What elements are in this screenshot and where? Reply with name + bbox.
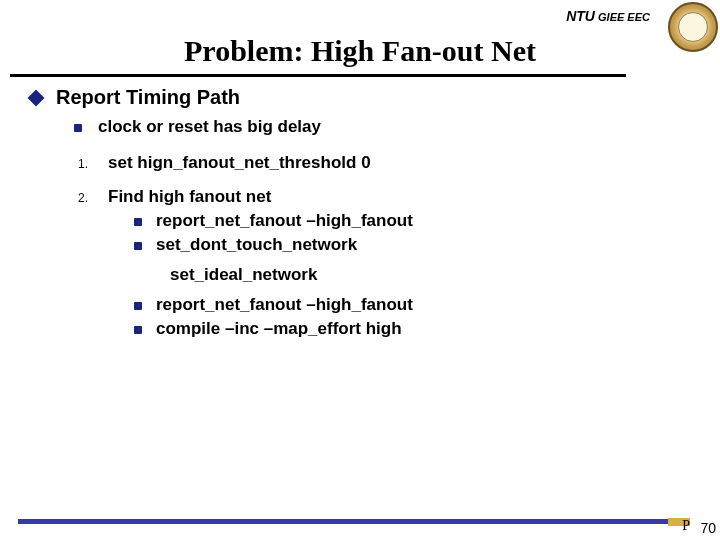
dot-icon	[134, 302, 142, 310]
dot-icon	[134, 242, 142, 250]
sub-3: report_net_fanout –high_fanout	[134, 295, 413, 315]
num-item-2: 2. Find high fanout net report_net_fanou…	[74, 187, 690, 339]
mid-text: set_ideal_network	[170, 265, 413, 285]
num-1-label: 1.	[74, 157, 88, 171]
sub-3-text: report_net_fanout –high_fanout	[156, 295, 413, 315]
page-prefix: P	[682, 518, 690, 534]
sub-1-text: report_net_fanout –high_fanout	[156, 211, 413, 231]
lvl1-text: Report Timing Path	[56, 86, 240, 109]
num-2-head: Find high fanout net	[108, 187, 413, 207]
content-area: Report Timing Path clock or reset has bi…	[30, 86, 690, 339]
diamond-icon	[28, 90, 45, 107]
giee-text: GIEE EEC	[595, 11, 650, 23]
num-1-body: set hign_fanout_net_threshold 0	[108, 153, 371, 173]
bullet-lvl1: Report Timing Path	[30, 86, 690, 109]
ntu-text: NTU	[566, 8, 595, 24]
sub-2: set_dont_touch_network	[134, 235, 413, 255]
dot-icon	[134, 326, 142, 334]
sub-4-text: compile –inc –map_effort high	[156, 319, 402, 339]
num-item-1: 1. set hign_fanout_net_threshold 0	[74, 153, 690, 173]
sub-1: report_net_fanout –high_fanout	[134, 211, 413, 231]
num-2-label: 2.	[74, 191, 88, 205]
sub-4: compile –inc –map_effort high	[134, 319, 413, 339]
header-label: NTU GIEE EEC	[566, 8, 650, 24]
sub-2-text: set_dont_touch_network	[156, 235, 357, 255]
page-number: 70	[700, 520, 716, 536]
dot-icon	[134, 218, 142, 226]
footer-bar	[18, 519, 668, 524]
dot-icon	[74, 124, 82, 132]
bullet-lvl2-a: clock or reset has big delay	[74, 117, 690, 137]
num-2-body: Find high fanout net report_net_fanout –…	[108, 187, 413, 339]
slide-title: Problem: High Fan-out Net	[0, 34, 720, 68]
title-rule	[10, 74, 626, 77]
lvl2-text-a: clock or reset has big delay	[98, 117, 321, 137]
